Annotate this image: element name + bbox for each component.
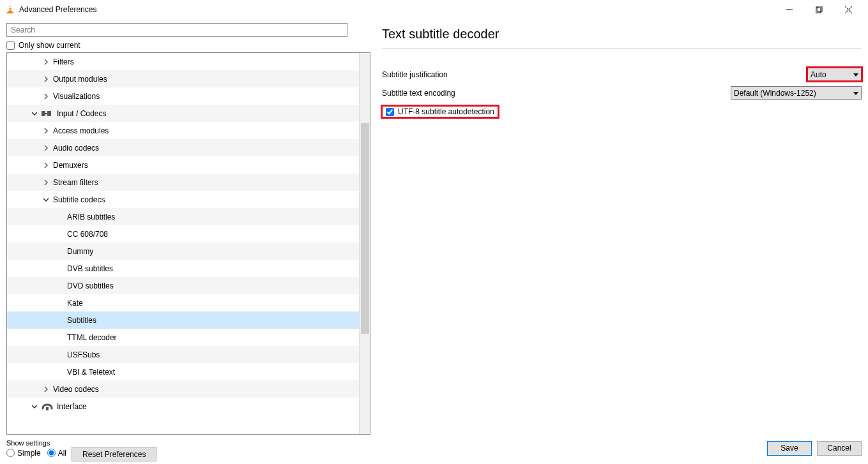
svg-rect-3 xyxy=(9,10,12,11)
tree-item[interactable]: ARIB subtitles xyxy=(7,208,359,225)
tree-item[interactable]: Stream filters xyxy=(7,174,359,191)
row-encoding: Subtitle text encoding Default (Windows-… xyxy=(382,86,862,100)
tree[interactable]: FiltersOutput modulesVisualizationsInput… xyxy=(7,53,359,434)
svg-marker-0 xyxy=(8,5,12,12)
chevron-right-icon[interactable] xyxy=(42,385,50,393)
tree-item-label: Visualizations xyxy=(53,92,100,101)
combo-justification-value: Auto xyxy=(811,70,826,79)
tree-item-label: Access modules xyxy=(53,126,109,135)
scrollbar-thumb[interactable] xyxy=(361,123,369,334)
tree-container: FiltersOutput modulesVisualizationsInput… xyxy=(6,52,370,435)
minimize-button[interactable] xyxy=(775,0,804,19)
tree-item-label: ARIB subtitles xyxy=(67,213,115,221)
tree-item[interactable]: Input / Codecs xyxy=(7,105,359,122)
right-panel: Text subtitle decoder Subtitle justifica… xyxy=(382,23,862,435)
tree-item-label: Filters xyxy=(53,57,74,66)
show-settings-label: Show settings xyxy=(6,439,66,447)
maximize-button[interactable] xyxy=(804,0,834,19)
tree-item-label: Subtitles xyxy=(67,316,96,325)
tree-item-label: VBI & Teletext xyxy=(67,368,115,377)
chevron-right-icon[interactable] xyxy=(42,58,50,66)
tree-item[interactable]: Kate xyxy=(7,294,359,311)
svg-rect-6 xyxy=(817,6,822,11)
chevron-down-icon xyxy=(853,70,858,79)
chevron-right-icon[interactable] xyxy=(42,179,50,186)
tree-item[interactable]: Access modules xyxy=(7,122,359,139)
only-show-current[interactable]: Only show current xyxy=(6,41,370,50)
tree-item-label: Subtitle codecs xyxy=(53,195,105,204)
chevron-down-icon[interactable] xyxy=(42,196,50,204)
svg-rect-9 xyxy=(42,111,45,116)
svg-marker-14 xyxy=(853,92,858,95)
tree-item-label: Kate xyxy=(67,299,83,308)
chevron-right-icon[interactable] xyxy=(42,144,50,152)
panel-heading: Text subtitle decoder xyxy=(382,24,862,49)
chevron-down-icon[interactable] xyxy=(30,110,39,117)
checkbox-utf8[interactable] xyxy=(386,108,394,116)
svg-rect-10 xyxy=(47,111,51,116)
combo-encoding[interactable]: Default (Windows-1252) xyxy=(731,86,862,100)
only-show-current-checkbox[interactable] xyxy=(6,41,15,50)
chevron-down-icon xyxy=(853,89,858,98)
tree-item[interactable]: Demuxers xyxy=(7,156,359,174)
radio-simple[interactable]: Simple xyxy=(6,449,41,458)
label-encoding: Subtitle text encoding xyxy=(382,89,455,98)
chevron-right-icon[interactable] xyxy=(42,127,50,135)
chevron-right-icon[interactable] xyxy=(42,161,50,169)
tree-item-label: Demuxers xyxy=(53,161,88,170)
svg-rect-12 xyxy=(46,407,49,410)
tree-item[interactable]: TTML decoder xyxy=(7,329,359,346)
iface-icon xyxy=(42,401,53,412)
tree-item-label: TTML decoder xyxy=(67,333,117,342)
tree-item[interactable]: Output modules xyxy=(7,70,359,87)
search-input[interactable] xyxy=(6,23,347,37)
label-justification: Subtitle justification xyxy=(382,70,448,79)
tree-item[interactable]: Filters xyxy=(7,53,359,70)
svg-rect-1 xyxy=(7,12,13,13)
tree-item[interactable]: Subtitle codecs xyxy=(7,191,359,208)
footer: Show settings Simple All Reset Preferenc… xyxy=(0,435,868,464)
tree-item-label: Video codecs xyxy=(53,385,99,394)
window-title: Advanced Preferences xyxy=(19,5,96,14)
vertical-scrollbar[interactable] xyxy=(359,53,370,434)
chevron-down-icon[interactable] xyxy=(30,403,39,410)
tree-item[interactable]: Audio codecs xyxy=(7,139,359,156)
tree-item[interactable]: Visualizations xyxy=(7,87,359,105)
chevron-right-icon[interactable] xyxy=(42,93,50,100)
cancel-button[interactable]: Cancel xyxy=(817,441,862,456)
tree-item-label: USFSubs xyxy=(67,350,100,359)
row-justification: Subtitle justification Auto xyxy=(382,68,862,81)
radio-all[interactable]: All xyxy=(47,449,66,458)
tree-item-label: DVB subtitles xyxy=(67,264,113,273)
tree-item-label: DVD subtitles xyxy=(67,281,114,290)
tree-item-label: Input / Codecs xyxy=(57,109,106,118)
svg-marker-13 xyxy=(853,73,858,77)
tree-item[interactable]: USFSubs xyxy=(7,346,359,363)
tree-item[interactable]: VBI & Teletext xyxy=(7,363,359,380)
tree-item[interactable]: Interface xyxy=(7,398,359,415)
tree-item-label: Dummy xyxy=(67,247,93,256)
tree-item[interactable]: Video codecs xyxy=(7,380,359,398)
close-button[interactable] xyxy=(834,0,863,19)
label-utf8: UTF-8 subtitle autodetection xyxy=(398,107,494,116)
save-button[interactable]: Save xyxy=(767,441,812,456)
tree-item[interactable]: Subtitles xyxy=(7,311,359,329)
only-show-current-label: Only show current xyxy=(19,41,80,50)
title-bar: Advanced Preferences xyxy=(0,0,868,19)
tree-item[interactable]: Dummy xyxy=(7,243,359,260)
combo-encoding-value: Default (Windows-1252) xyxy=(734,89,816,98)
io-icon xyxy=(42,108,53,119)
row-utf8[interactable]: UTF-8 subtitle autodetection xyxy=(382,106,498,117)
combo-justification[interactable]: Auto xyxy=(807,68,862,81)
tree-item[interactable]: DVD subtitles xyxy=(7,277,359,294)
chevron-right-icon[interactable] xyxy=(42,75,50,83)
svg-rect-5 xyxy=(816,8,821,13)
tree-item-label: Audio codecs xyxy=(53,144,99,153)
tree-item-label: Output modules xyxy=(53,75,107,84)
tree-item[interactable]: DVB subtitles xyxy=(7,260,359,277)
reset-button[interactable]: Reset Preferences xyxy=(72,447,156,461)
tree-item-label: Stream filters xyxy=(53,178,98,187)
left-panel: Only show current FiltersOutput modulesV… xyxy=(6,23,370,435)
tree-item[interactable]: CC 608/708 xyxy=(7,225,359,243)
tree-item-label: CC 608/708 xyxy=(67,230,108,239)
